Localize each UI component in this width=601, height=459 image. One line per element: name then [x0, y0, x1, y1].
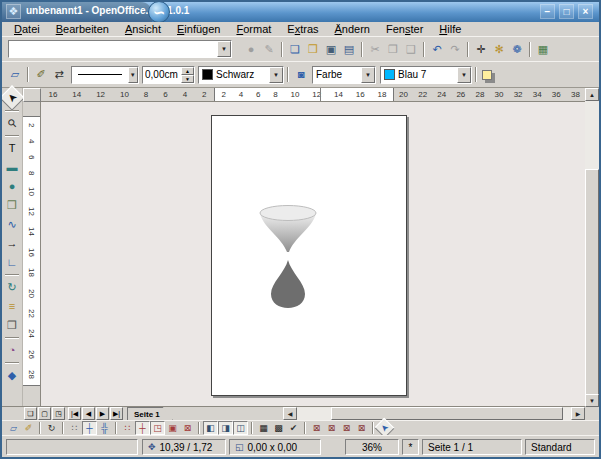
- undo-button[interactable]: ↶: [428, 41, 446, 58]
- previous-page-button[interactable]: ◀: [82, 407, 95, 420]
- close-button[interactable]: ×: [578, 4, 593, 19]
- next-page-button[interactable]: ▶: [96, 407, 109, 420]
- show-snap-lines-button[interactable]: ┼: [82, 421, 97, 435]
- line-dialog-button[interactable]: ✐: [32, 66, 50, 83]
- stop-button[interactable]: ●: [242, 41, 260, 58]
- placeholder-mode-2-button[interactable]: ⊠: [324, 421, 339, 435]
- placeholder-mode-1-button[interactable]: ⊠: [309, 421, 324, 435]
- status-position-cell[interactable]: ✥ 10,39 / 1,72: [142, 439, 226, 455]
- insert-graphics-button[interactable]: ▦: [534, 41, 552, 58]
- scroll-up-icon[interactable]: ▲: [585, 88, 599, 101]
- hourglass-3d-shape[interactable]: [252, 204, 324, 310]
- url-dropdown-icon[interactable]: ▼: [217, 41, 231, 57]
- horizontal-scroll-thumb[interactable]: [331, 407, 563, 420]
- snap-to-points-button[interactable]: ⊠: [180, 421, 195, 435]
- line-width-input[interactable]: [143, 67, 181, 83]
- connector-tool[interactable]: ∟: [3, 253, 21, 271]
- horizontal-scrollbar[interactable]: ◀ ▶: [283, 406, 585, 420]
- scroll-left-icon[interactable]: ◀: [283, 407, 297, 420]
- minimize-button[interactable]: −: [540, 4, 555, 19]
- select-tool[interactable]: ➤: [0, 85, 25, 110]
- menu-hilfe[interactable]: Hilfe: [431, 22, 469, 36]
- line-color-select[interactable]: Schwarz ▼: [198, 66, 284, 84]
- menu-einfügen[interactable]: Einfügen: [169, 22, 228, 36]
- line-arrow-tool[interactable]: →: [3, 234, 21, 252]
- quick-edit-button[interactable]: ◧: [203, 421, 218, 435]
- edit-points-mode-button[interactable]: ▱: [6, 421, 21, 435]
- status-style-cell[interactable]: Standard: [525, 439, 595, 455]
- url-input[interactable]: [12, 42, 212, 56]
- menu-format[interactable]: Format: [228, 22, 279, 36]
- navigator-button[interactable]: ✛: [472, 41, 490, 58]
- edit-points-button[interactable]: ▱: [6, 66, 24, 83]
- fill-color-select[interactable]: Blau 7 ▼: [380, 66, 472, 84]
- gallery-button[interactable]: ❁: [508, 41, 526, 58]
- object3d-tool[interactable]: ❒: [3, 196, 21, 214]
- status-zoom-cell[interactable]: 36%: [345, 439, 399, 455]
- objects3d-controller-tool[interactable]: ◆: [3, 366, 21, 384]
- edit-file-button[interactable]: ✎: [260, 41, 278, 58]
- line-width-down-icon[interactable]: ▼: [181, 75, 194, 83]
- zoom-tool[interactable]: ⚲: [0, 110, 25, 135]
- cut-button[interactable]: ✂: [366, 41, 384, 58]
- show-grid-button[interactable]: ∷: [67, 421, 82, 435]
- double-click-edit-button[interactable]: ◫: [233, 421, 248, 435]
- master-mode-button[interactable]: ▢: [38, 407, 51, 420]
- snap-to-border-button[interactable]: ▣: [165, 421, 180, 435]
- simple-handles-button[interactable]: ▦: [256, 421, 271, 435]
- align-tool[interactable]: ≡: [3, 297, 21, 315]
- page[interactable]: [211, 115, 407, 396]
- status-size-cell[interactable]: ◱ 0,00 x 0,00: [229, 439, 321, 455]
- line-width-up-icon[interactable]: ▲: [181, 67, 194, 75]
- rotate-tool[interactable]: ↻: [3, 278, 21, 296]
- scroll-down-icon[interactable]: ▼: [585, 394, 599, 407]
- open-button[interactable]: ❒: [304, 41, 322, 58]
- vertical-ruler[interactable]: 246810121416182022242628: [23, 102, 41, 406]
- ellipse-tool[interactable]: ●: [3, 177, 21, 195]
- new-document-button[interactable]: ❏: [286, 41, 304, 58]
- snap-to-margins-button[interactable]: ◳: [150, 421, 165, 435]
- line-color-dropdown-icon[interactable]: ▼: [269, 67, 283, 83]
- shadow-toggle-button[interactable]: [480, 66, 498, 83]
- line-width-spinner[interactable]: ▲▼: [142, 66, 195, 84]
- placeholder-mode-3-button[interactable]: ⊠: [339, 421, 354, 435]
- select-text-area-button[interactable]: ◨: [218, 421, 233, 435]
- page-mode-button[interactable]: ❏: [24, 407, 37, 420]
- fill-type-dropdown-icon[interactable]: ▼: [361, 67, 375, 83]
- print-button[interactable]: ▤: [340, 41, 358, 58]
- last-page-button[interactable]: ▶|: [110, 407, 123, 420]
- area-dialog-button[interactable]: ◙: [292, 66, 310, 83]
- stylist-button[interactable]: ✻: [490, 41, 508, 58]
- text-tool[interactable]: T: [3, 139, 21, 157]
- menu-extras[interactable]: Extras: [279, 22, 326, 36]
- drawing-canvas[interactable]: [41, 102, 585, 406]
- fill-type-select[interactable]: Farbe ▼: [312, 66, 376, 84]
- rotation-mode-button[interactable]: ↻: [44, 421, 59, 435]
- scroll-right-icon[interactable]: ▶: [571, 407, 585, 420]
- large-handles-button[interactable]: ▩: [271, 421, 286, 435]
- line-style-dropdown-icon[interactable]: ▼: [128, 67, 138, 83]
- curve-tool[interactable]: ∿: [3, 215, 21, 233]
- fill-color-dropdown-icon[interactable]: ▼: [457, 67, 471, 83]
- first-page-button[interactable]: |◀: [68, 407, 81, 420]
- paste-button[interactable]: ❑: [402, 41, 420, 58]
- horizontal-ruler[interactable]: 161412108642 24681012141618 202224262830…: [41, 88, 585, 102]
- show-guides-button[interactable]: ╬: [97, 421, 112, 435]
- redo-button[interactable]: ↷: [446, 41, 464, 58]
- url-combobox[interactable]: ▼: [8, 40, 232, 58]
- vertical-scroll-thumb[interactable]: [585, 169, 599, 395]
- menu-bearbeiten[interactable]: Bearbeiten: [48, 22, 117, 36]
- copy-button[interactable]: ❐: [384, 41, 402, 58]
- menu-ändern[interactable]: Ändern: [327, 22, 378, 36]
- menu-datei[interactable]: Datei: [6, 22, 48, 36]
- snap-to-snap-lines-button[interactable]: ┼: [135, 421, 150, 435]
- rectangle-tool[interactable]: ▬: [3, 158, 21, 176]
- app-icon[interactable]: ❖: [6, 4, 21, 19]
- page-tab[interactable]: Seite 1: [127, 407, 173, 420]
- line-style-select[interactable]: ▼: [71, 66, 139, 84]
- menu-ansicht[interactable]: Ansicht: [117, 22, 169, 36]
- vertical-scrollbar[interactable]: ▲ ▼: [585, 88, 599, 407]
- titlebar[interactable]: ❖ unbenannt1 - OpenOffice.org 1.0.1 ∽ − …: [2, 2, 599, 22]
- status-page-cell[interactable]: Seite 1 / 1: [422, 439, 522, 455]
- arrange-tool[interactable]: ❐: [3, 316, 21, 334]
